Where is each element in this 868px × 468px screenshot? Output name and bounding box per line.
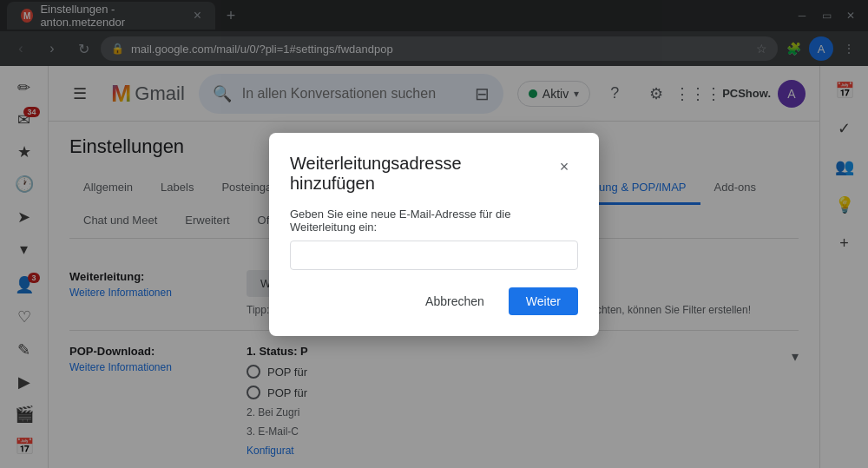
modal-input-label: Geben Sie eine neue E-Mail-Adresse für d…	[290, 208, 578, 234]
modal-cancel-button[interactable]: Abbrechen	[411, 287, 498, 315]
modal-header: Weiterleitungsadresse hinzufügen ×	[290, 154, 578, 194]
modal-dialog: Weiterleitungsadresse hinzufügen × Geben…	[269, 133, 599, 336]
modal-overlay[interactable]: Weiterleitungsadresse hinzufügen × Geben…	[0, 0, 868, 468]
modal-body: Geben Sie eine neue E-Mail-Adresse für d…	[290, 208, 578, 270]
forwarding-email-input[interactable]	[290, 241, 578, 270]
modal-title: Weiterleitungsadresse hinzufügen	[290, 154, 550, 194]
modal-close-button[interactable]: ×	[550, 154, 578, 181]
modal-footer: Abbrechen Weiter	[290, 287, 578, 315]
modal-next-button[interactable]: Weiter	[509, 287, 578, 315]
